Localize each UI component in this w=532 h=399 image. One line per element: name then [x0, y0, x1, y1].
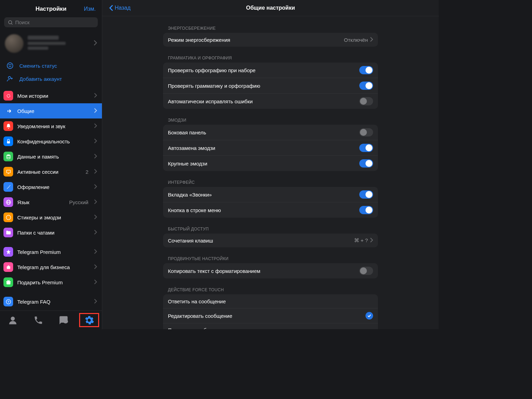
settings-row[interactable]: Ответить на сообщение	[163, 294, 378, 308]
sidebar-item-label: Telegram FAQ	[17, 299, 90, 305]
settings-row[interactable]: Редактировать сообщение	[163, 308, 378, 323]
add-account-button[interactable]: Добавить аккаунт	[0, 72, 102, 85]
settings-row: Автоматически исправлять ошибки	[163, 93, 378, 109]
settings-row[interactable]: Сочетания клавиш⌘ + ?	[163, 234, 378, 247]
tab-contacts[interactable]	[0, 311, 26, 329]
tab-chats[interactable]	[51, 311, 77, 329]
search-placeholder: Поиск	[15, 19, 30, 25]
sidebar-item-star[interactable]: Telegram Premium	[0, 244, 102, 259]
section-header-emoji: ЭМОДЗИ	[163, 115, 378, 125]
tab-settings[interactable]	[76, 311, 102, 329]
sidebar-item-label: Данные и память	[17, 154, 90, 160]
bell-icon	[3, 121, 13, 131]
chevron-right-icon	[94, 139, 97, 144]
main-header: Назад Общие настройки	[102, 0, 439, 16]
sidebar-item-label: Конфиденциальность	[17, 139, 90, 144]
sidebar-item-faq[interactable]: ?Telegram FAQ	[0, 294, 102, 309]
settings-group-advanced: Копировать текст с форматированием	[163, 263, 378, 278]
settings-group-forcetouch: Ответить на сообщениеРедактировать сообщ…	[163, 294, 378, 329]
sidebar-item-sessions[interactable]: Активные сессии2	[0, 164, 102, 179]
section-header-interface: ИНТЕРФЕЙС	[163, 177, 378, 187]
search-icon	[8, 20, 13, 25]
data-icon	[3, 152, 13, 161]
sidebar-item-value: Русский	[69, 199, 88, 205]
tab-calls[interactable]	[26, 311, 51, 329]
profile-row[interactable]	[0, 31, 102, 58]
settings-row: Вкладка «Звонки»	[163, 187, 378, 202]
chevron-right-icon	[94, 264, 97, 270]
settings-group-grammar: Проверять орфографию при набореПроверять…	[163, 63, 378, 109]
svg-rect-15	[8, 265, 9, 266]
toggle[interactable]	[359, 159, 373, 168]
svg-point-8	[7, 154, 10, 156]
sidebar-item-stories[interactable]: Мои истории	[0, 88, 102, 103]
sidebar-title: Настройки	[36, 6, 67, 12]
section-header-advanced: ПРОДВИНУТЫЕ НАСТРОЙКИ	[163, 254, 378, 263]
sidebar-item-biz[interactable]: Telegram для бизнеса	[0, 259, 102, 275]
settings-row: Кнопка в строке меню	[163, 202, 378, 218]
sidebar-item-gift[interactable]: Подарить Premium	[0, 275, 102, 290]
sidebar-item-globe[interactable]: ЯзыкРусский	[0, 194, 102, 210]
row-label: Кнопка в строке меню	[168, 207, 359, 213]
svg-point-2	[7, 63, 13, 69]
toggle[interactable]	[359, 267, 373, 275]
sidebar-item-bell[interactable]: Уведомления и звук	[0, 118, 102, 134]
chevron-right-icon	[370, 238, 373, 244]
lock-icon	[3, 136, 13, 146]
toggle[interactable]	[359, 144, 373, 152]
row-label: Проверять грамматику и орфографию	[168, 83, 359, 89]
toggle[interactable]	[359, 190, 373, 199]
settings-row: Проверять орфографию при наборе	[163, 63, 378, 78]
sidebar-item-gear[interactable]: Общие	[0, 103, 102, 118]
sidebar-item-label: Стикеры и эмодзи	[17, 215, 90, 220]
sidebar-item-lock[interactable]: Конфиденциальность	[0, 134, 102, 149]
svg-point-21	[63, 319, 68, 323]
back-button[interactable]: Назад	[109, 5, 131, 11]
folder-icon	[3, 228, 13, 237]
gift-icon	[3, 277, 13, 287]
edit-button[interactable]: Изм.	[84, 6, 96, 12]
row-label: Автоматически исправлять ошибки	[168, 98, 359, 104]
sidebar-item-label: Оформление	[17, 184, 90, 190]
svg-point-13	[6, 215, 11, 220]
chevron-right-icon	[370, 37, 373, 43]
svg-point-3	[9, 65, 10, 65]
row-label: Ответить на сообщение	[168, 298, 373, 304]
toggle[interactable]	[359, 97, 373, 105]
row-label: Боковая панель	[168, 130, 359, 135]
gear-icon	[3, 106, 13, 116]
row-value: ⌘ + ?	[354, 237, 368, 244]
chevron-right-icon	[94, 184, 97, 190]
row-label: Вкладка «Звонки»	[168, 192, 359, 198]
change-status-button[interactable]: Сменить статус	[0, 59, 102, 72]
row-value: Отключён	[344, 37, 368, 43]
chevron-right-icon	[94, 123, 97, 129]
svg-rect-10	[8, 173, 9, 173]
sidebar-item-data[interactable]: Данные и память	[0, 149, 102, 164]
sessions-icon	[3, 167, 13, 177]
add-account-label: Добавить аккаунт	[19, 76, 62, 82]
faq-icon: ?	[3, 297, 13, 306]
sidebar-item-folder[interactable]: Папки с чатами	[0, 225, 102, 240]
sidebar-item-label: Telegram для бизнеса	[17, 264, 90, 270]
toggle[interactable]	[359, 82, 373, 90]
sidebar-header: Настройки Изм.	[0, 0, 102, 16]
sidebar-item-brush[interactable]: Оформление	[0, 179, 102, 194]
chevron-right-icon	[94, 154, 97, 160]
sidebar-item-sticker[interactable]: Стикеры и эмодзи	[0, 210, 102, 225]
chevron-right-icon	[94, 40, 97, 47]
settings-row[interactable]: Переслать сообщение	[163, 323, 378, 329]
settings-row: Копировать текст с форматированием	[163, 263, 378, 278]
settings-row[interactable]: Режим энергосбереженияОтключён	[163, 33, 378, 47]
settings-group-quickaccess: Сочетания клавиш⌘ + ?	[163, 234, 378, 247]
settings-column: ЭНЕРГОСБЕРЕЖЕНИЕРежим энергосбереженияОт…	[163, 23, 378, 322]
search-input[interactable]: Поиск	[4, 17, 98, 27]
add-person-icon	[6, 75, 14, 82]
sidebar-item-label: Уведомления и звук	[17, 123, 90, 129]
toggle[interactable]	[359, 206, 373, 214]
toggle[interactable]	[359, 128, 373, 136]
svg-rect-14	[7, 266, 10, 269]
back-label: Назад	[115, 5, 131, 11]
chevron-right-icon	[94, 279, 97, 285]
toggle[interactable]	[359, 66, 373, 74]
